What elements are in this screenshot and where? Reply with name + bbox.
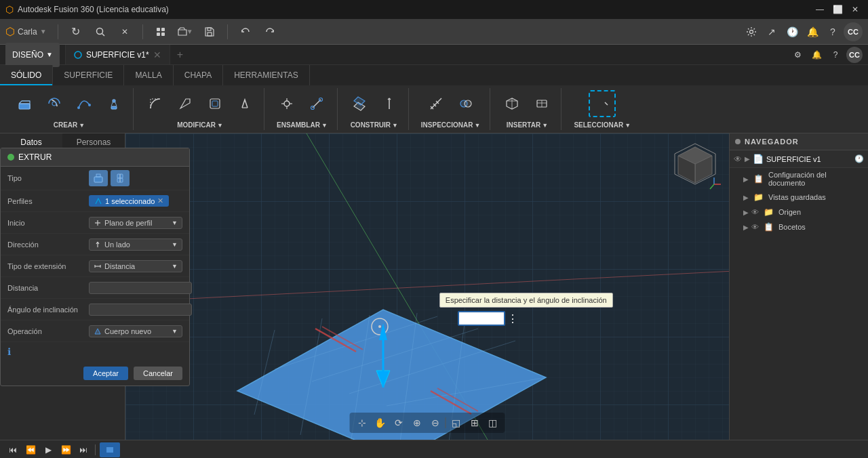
external-link-btn[interactable]: ↗ — [762, 22, 781, 41]
refresh-btn[interactable]: ↻ — [66, 22, 85, 41]
surface-clock-icon[interactable]: 🕐 — [854, 154, 864, 163]
joint-btn[interactable] — [273, 90, 300, 117]
help-btn[interactable]: ? — [823, 22, 842, 41]
tab-herramientas[interactable]: HERRAMIENTAS — [223, 65, 309, 85]
nav-bocetos[interactable]: ▶ 👁 📋 Bocetos — [730, 220, 868, 234]
ensamblar-dropdown-btn[interactable]: ENSAMBLAR ▼ — [273, 120, 332, 130]
clear-profile-btn[interactable]: ✕ — [157, 196, 163, 205]
tab-settings-btn[interactable]: ⚙ — [789, 47, 806, 63]
orbit-btn[interactable]: ⟳ — [391, 415, 407, 431]
play-btn[interactable]: ▶ — [41, 442, 56, 457]
shell-btn[interactable] — [201, 90, 229, 117]
tab-notifications-btn[interactable]: 🔔 — [808, 47, 825, 63]
distancia-input[interactable]: 0.00 mm — [89, 282, 192, 294]
cancel-btn[interactable]: Cancelar — [134, 367, 182, 380]
pan-btn[interactable]: ✋ — [372, 415, 389, 431]
search-btn[interactable] — [91, 22, 110, 41]
grid-btn[interactable]: ⊞ — [467, 415, 483, 431]
fit-all-btn[interactable]: ⊹ — [354, 415, 370, 431]
close-btn[interactable]: ✕ — [848, 2, 863, 17]
extension-dropdown[interactable]: Distancia ▼ — [89, 260, 182, 272]
maximize-btn[interactable]: ⬜ — [830, 2, 845, 17]
minimize-btn[interactable]: — — [812, 2, 827, 17]
play-start-btn[interactable]: ⏮ — [5, 442, 20, 457]
tab-help-btn[interactable]: ? — [827, 47, 844, 63]
nav-visibility-icon-4[interactable]: 👁 — [751, 223, 759, 231]
direccion-row: Dirección Un lado ▼ — [1, 234, 189, 255]
axis-btn[interactable] — [376, 90, 403, 117]
dimension-more-btn[interactable]: ⋮ — [507, 312, 518, 325]
sweep-btn[interactable] — [71, 90, 98, 117]
accept-btn[interactable]: Aceptar — [83, 367, 128, 380]
notifications-btn[interactable]: 🔔 — [803, 22, 822, 41]
display-mode-btn[interactable]: ◱ — [448, 415, 465, 431]
settings-btn[interactable] — [742, 22, 761, 41]
design-mode-btn[interactable]: DISEÑO ▼ — [5, 43, 60, 67]
app-logo-btn[interactable]: ⬡ Carla ▼ — [5, 25, 47, 38]
play-next-btn[interactable]: ⏩ — [58, 442, 73, 457]
group-modificar: MODIFICAR ▼ — [136, 88, 264, 130]
surface-expand-icon[interactable]: ▶ — [745, 155, 750, 163]
decal-btn[interactable] — [528, 90, 555, 117]
perspective-btn[interactable]: ◫ — [485, 415, 501, 431]
redo-btn[interactable] — [260, 22, 279, 41]
tab-chapa[interactable]: CHAPA — [174, 65, 223, 85]
nav-vistas[interactable]: ▶ 📁 Vistas guardadas — [730, 190, 868, 205]
open-btn[interactable]: ▼ — [176, 22, 195, 41]
direccion-dropdown[interactable]: Un lado ▼ — [89, 238, 182, 251]
crear-dropdown-btn[interactable]: CREAR ▼ — [50, 120, 89, 130]
tab-malla[interactable]: MALLA — [124, 65, 173, 85]
type-btn-1[interactable] — [89, 170, 108, 186]
insert-mesh-btn[interactable] — [498, 90, 526, 117]
viewport[interactable]: Especificar la distancia y el ángulo de … — [125, 133, 729, 440]
seleccionar-dropdown-btn[interactable]: SELECCIONAR ▼ — [570, 120, 635, 130]
motion-link-btn[interactable] — [303, 90, 330, 117]
insertar-dropdown-btn[interactable]: INSERTAR ▼ — [502, 120, 552, 130]
chamfer-btn[interactable] — [172, 90, 199, 117]
play-end-btn[interactable]: ⏭ — [76, 442, 91, 457]
inspeccionar-dropdown-btn[interactable]: INSPECCIONAR ▼ — [417, 120, 485, 130]
angulo-input[interactable]: 0.0 deg — [89, 304, 192, 316]
surface-visibility-icon[interactable]: 👁 — [734, 154, 742, 164]
interference-btn[interactable] — [452, 90, 479, 117]
extrude-btn[interactable] — [11, 90, 38, 117]
clock-btn[interactable]: 🕐 — [783, 22, 802, 41]
profile-selected-badge[interactable]: 1 seleccionado ✕ — [89, 195, 169, 207]
revolve-btn[interactable] — [41, 90, 68, 117]
measure-btn[interactable] — [422, 90, 450, 117]
dimension-field[interactable]: 0.00 mm — [458, 311, 505, 326]
modificar-dropdown-btn[interactable]: MODIFICAR ▼ — [173, 120, 227, 130]
view-cube[interactable] — [668, 140, 722, 194]
play-prev-btn[interactable]: ⏪ — [23, 442, 38, 457]
loft-btn[interactable] — [100, 90, 127, 117]
select-box-btn[interactable] — [589, 90, 616, 117]
operacion-dropdown[interactable]: Cuerpo nuevo ▼ — [89, 325, 182, 337]
nav-visibility-icon-3[interactable]: 👁 — [751, 208, 759, 216]
account-btn[interactable]: CC — [844, 22, 863, 41]
ribbon: SÓLIDO SUPERFICIE MALLA CHAPA HERRAMIENT… — [0, 65, 868, 133]
zoom-extend-btn[interactable]: ⊕ — [409, 415, 425, 431]
tab-solido[interactable]: SÓLIDO — [0, 65, 53, 85]
svg-rect-44 — [117, 178, 123, 182]
type-btn-2[interactable] — [111, 170, 130, 186]
zoom-out-btn[interactable]: ⊖ — [427, 415, 443, 431]
apps-btn[interactable] — [151, 22, 170, 41]
inicio-dropdown[interactable]: Plano de perfil ▼ — [89, 217, 182, 229]
tab-account-btn[interactable]: CC — [846, 47, 863, 63]
nav-origen[interactable]: ▶ 👁 📁 Origen — [730, 205, 868, 220]
nav-configuracion[interactable]: ▶ 📋 Configuración del documento — [730, 168, 868, 190]
save-btn[interactable] — [200, 22, 219, 41]
timeline-thumb[interactable] — [100, 442, 120, 457]
close-doc-btn[interactable]: ✕ — [115, 22, 134, 41]
offset-plane-btn[interactable] — [346, 90, 373, 117]
fillet-btn[interactable] — [142, 90, 169, 117]
undo-btn[interactable] — [236, 22, 255, 41]
draft-btn[interactable] — [231, 90, 258, 117]
svg-rect-6 — [208, 33, 212, 36]
tab-superficie[interactable]: SUPERFICIE — [53, 65, 124, 85]
document-tab-active[interactable]: SUPERFICIE v1* ✕ — [66, 45, 170, 64]
construir-dropdown-btn[interactable]: CONSTRUIR ▼ — [347, 120, 402, 130]
modificar-buttons — [142, 90, 258, 117]
new-tab-btn[interactable]: + — [170, 45, 190, 64]
tab-close-btn[interactable]: ✕ — [153, 50, 161, 60]
